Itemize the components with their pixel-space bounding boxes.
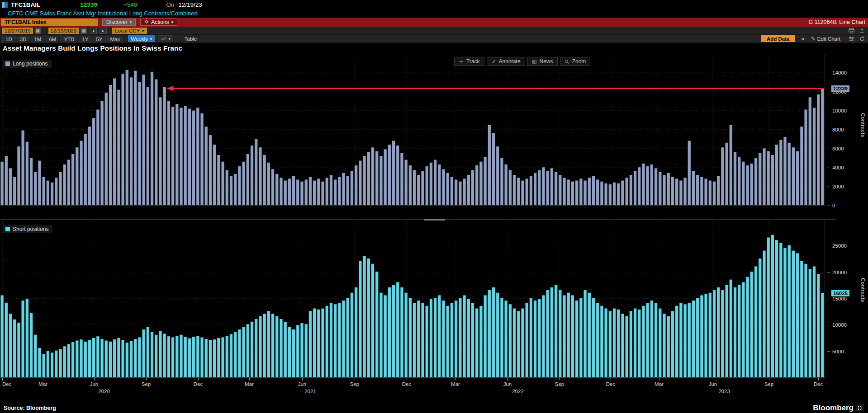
long-positions-chart[interactable] (0, 54, 825, 206)
actions-button[interactable]: Actions ▾ (140, 19, 177, 26)
y-tick-label: 10000 (827, 322, 847, 328)
date-range-separator: - (44, 28, 46, 34)
chart-area: Asset Managers Build Longs Positions In … (0, 43, 868, 403)
printer-icon[interactable] (848, 28, 855, 34)
table-button[interactable]: Table (185, 36, 197, 42)
period-button-ytd[interactable]: YTD (61, 36, 77, 42)
caret-down-icon: ▾ (130, 20, 132, 24)
period-button-1d[interactable]: 1D (2, 36, 15, 42)
quote-date: 12/19/23 (178, 1, 202, 8)
date-to-input[interactable]: 12/19/2023 (48, 28, 79, 34)
long-legend: Long positions (3, 60, 52, 68)
x-tick-label: Sep (764, 381, 773, 387)
x-tick-label: Sep (555, 381, 564, 387)
period-button-max[interactable]: Max (107, 36, 123, 42)
long-axis-title: Contracts (860, 113, 866, 137)
collapse-button[interactable]: « (801, 35, 804, 42)
chart-id-label: G 1120648: Line Chart (808, 19, 865, 25)
caret-down-icon: ▾ (171, 20, 174, 24)
on-label: On (166, 1, 174, 8)
discover-button[interactable]: Discover ▾ (102, 19, 136, 26)
bloomberg-logo: Bloomberg (813, 404, 863, 413)
current-value-badge: 16025 (831, 290, 849, 296)
x-tick-label: Jun (709, 381, 717, 387)
nav-forward-button[interactable]: ▸ (100, 28, 107, 34)
y-tick-label: 20000 (827, 270, 847, 275)
period-button-1y[interactable]: 1Y (79, 36, 91, 42)
line-chart-icon (161, 35, 166, 43)
nav-back-button[interactable]: ◂ (90, 28, 97, 34)
refresh-icon[interactable] (859, 36, 866, 42)
chart-toolbar-row-2: 1D3D1M6MYTD1Y5YMax Weekly ▾ ▾ Table Add … (0, 35, 868, 43)
period-button-1m[interactable]: 1M (31, 36, 44, 42)
short-positions-chart[interactable] (0, 220, 825, 378)
year-label: 2020 (98, 389, 110, 394)
y-tick-label: 15000 (827, 296, 847, 301)
y-tick-label: 0 (827, 203, 835, 208)
bloomberg-terminal-window: TFC1BAIL 12339 +540 On 12/19/23 CFTC CME… (0, 0, 868, 413)
frequency-label: Weekly (131, 36, 148, 42)
calendar-icon[interactable]: ▦ (35, 28, 41, 34)
footer: Source: Bloomberg Bloomberg (0, 403, 868, 413)
gear-icon (144, 19, 149, 25)
period-buttons: 1D3D1M6MYTD1Y5YMax (2, 35, 124, 43)
frequency-select[interactable]: Weekly ▾ (128, 35, 155, 42)
y-tick-label: 25000 (827, 243, 847, 249)
x-tick (508, 378, 508, 380)
year-label: 2023 (718, 389, 730, 394)
bloomberg-wordmark: Bloomberg (813, 404, 854, 413)
bloomberg-mark-icon (856, 404, 863, 412)
x-tick (713, 378, 713, 380)
x-tick (659, 378, 659, 380)
x-tick-label: Dec (402, 381, 411, 387)
currency-label: Local CCY (115, 28, 140, 33)
calendar-icon[interactable]: ▦ (81, 28, 87, 34)
chart-toolbar-row-1: 12/27/2019 ▦ - 12/19/2023 ▦ ◂ ▸ Local CC… (0, 27, 868, 35)
year-label: 2021 (304, 389, 316, 394)
currency-select[interactable]: Local CCY ▾ (112, 28, 147, 34)
x-tick-label: Sep (142, 381, 151, 387)
security-input[interactable]: TFC1BAIL Index (1, 19, 98, 26)
export-icon[interactable] (859, 28, 866, 34)
y-tick-label: 6000 (827, 146, 844, 151)
chart-type-button[interactable]: ▾ (158, 35, 173, 42)
x-tick (611, 378, 611, 380)
security-description: CFTC CME Swiss Franc Asst Mgr Institutio… (8, 9, 198, 18)
add-data-button[interactable]: Add Data (761, 35, 795, 42)
x-tick (198, 378, 199, 380)
period-button-5y[interactable]: 5Y (93, 36, 105, 42)
security-header: TFC1BAIL 12339 +540 On 12/19/23 (0, 0, 868, 9)
short-axis-title: Contracts (860, 278, 866, 302)
x-tick (94, 378, 95, 380)
period-button-6m[interactable]: 6M (46, 36, 59, 42)
last-value: 12339 (80, 1, 97, 8)
caret-down-icon: ▾ (150, 37, 152, 41)
x-tick-label: Mar (245, 381, 254, 387)
x-tick (407, 378, 407, 380)
y-tick-label: 2000 (827, 184, 844, 189)
y-tick-label: 10000 (827, 108, 847, 113)
chart-settings-icon[interactable] (848, 36, 855, 42)
x-tick (43, 378, 43, 380)
y-tick-label: 5000 (827, 349, 844, 354)
short-legend: Short positions (3, 225, 52, 233)
period-button-3d[interactable]: 3D (17, 36, 30, 42)
y-tick-label: 4000 (827, 165, 844, 170)
x-tick (146, 378, 147, 380)
caret-down-icon: ▾ (168, 37, 171, 41)
x-tick-label: Dec (194, 381, 203, 387)
y-tick-label: 14000 (827, 70, 847, 75)
security-type-icon (2, 2, 8, 8)
x-tick (355, 378, 355, 380)
x-tick-label: Mar (451, 381, 460, 387)
pencil-icon: ✎ (811, 36, 815, 42)
year-label: 2022 (512, 389, 524, 394)
x-tick-label: Jun (298, 381, 307, 387)
x-tick-label: Jun (90, 381, 99, 387)
long-swatch-icon (5, 61, 10, 66)
short-swatch-icon (5, 227, 10, 231)
discover-label: Discover (106, 19, 128, 25)
edit-chart-button[interactable]: ✎ Edit Chart (811, 36, 840, 42)
date-from-input[interactable]: 12/27/2019 (2, 28, 33, 34)
ticker-symbol: TFC1BAIL (11, 1, 40, 8)
